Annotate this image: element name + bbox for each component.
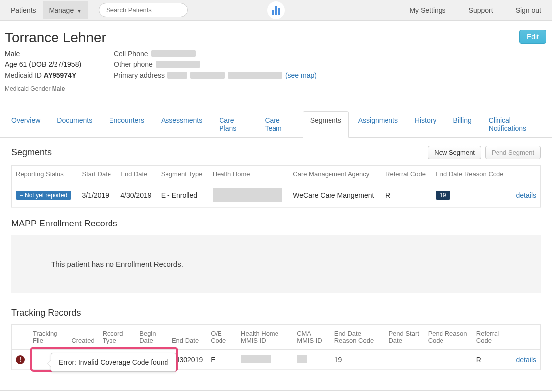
redacted-other — [156, 61, 200, 68]
cell-phone-row: Cell Phone — [114, 50, 322, 57]
tcol-cma-mmis: CMA MMIS ID — [293, 325, 331, 350]
trow-hh-mmis — [237, 350, 293, 370]
app-logo[interactable] — [267, 1, 285, 19]
seg-referral: R — [382, 183, 432, 208]
nav-patients[interactable]: Patients — [5, 1, 42, 19]
nav-manage[interactable]: Manage ▼ — [43, 1, 88, 19]
redacted-cell — [151, 50, 196, 57]
tab-assignments[interactable]: Assignments — [351, 111, 405, 137]
tab-overview[interactable]: Overview — [4, 111, 48, 137]
tab-care-plans[interactable]: Care Plans — [212, 111, 255, 137]
nav-manage-label: Manage — [49, 6, 74, 14]
tcol-file: Tracking File — [29, 325, 67, 350]
patient-medicaid-gender: Medicaid Gender Male — [5, 85, 89, 92]
tracking-details-link[interactable]: details — [516, 356, 536, 364]
nav-sign-out[interactable]: Sign out — [510, 1, 547, 19]
seg-health-home — [209, 183, 289, 208]
other-phone-row: Other phone — [114, 60, 322, 68]
seg-end: 4/30/2019 — [116, 183, 157, 208]
col-cma: Care Management Agency — [289, 166, 382, 183]
col-start: Start Date — [78, 166, 117, 183]
edit-button[interactable]: Edit — [519, 30, 546, 44]
tab-content: Segments New Segment Pend Segment Report… — [0, 138, 552, 391]
tab-billing[interactable]: Billing — [445, 111, 479, 137]
redacted-addr-3 — [228, 72, 282, 79]
enrollment-empty-text: This patient has no Enrollment Records. — [26, 260, 526, 268]
tab-clinical[interactable]: Clinical Notifications — [481, 111, 548, 137]
col-end: End Date — [116, 166, 157, 183]
search-input[interactable] — [99, 3, 188, 17]
tcol-hh-mmis: Health Home MMIS ID — [237, 325, 293, 350]
segment-row: – Not yet reported 3/1/2019 4/30/2019 E … — [12, 183, 541, 208]
nav-my-settings[interactable]: My Settings — [403, 1, 451, 19]
trow-cma-mmis — [293, 350, 331, 370]
seg-type: E - Enrolled — [157, 183, 209, 208]
see-map-link[interactable]: (see map) — [285, 71, 317, 79]
tab-care-team[interactable]: Care Team — [257, 111, 300, 137]
redacted-addr-1 — [167, 72, 187, 79]
patient-header: Torrance Lehner Edit Male Age 61 (DOB 2/… — [0, 21, 552, 97]
tcol-oe: O/E Code — [207, 325, 237, 350]
chevron-down-icon: ▼ — [77, 8, 82, 14]
trow-oe: E — [207, 350, 237, 370]
tcol-pend-start: Pend Start Date — [385, 325, 424, 350]
tab-history[interactable]: History — [407, 111, 444, 137]
tcol-pend-reason: Pend Reason Code — [424, 325, 472, 350]
pend-segment-button[interactable]: Pend Segment — [485, 146, 541, 159]
tcol-rtype: Record Type — [99, 325, 136, 350]
error-icon[interactable]: ! — [16, 355, 25, 364]
new-segment-button[interactable]: New Segment — [428, 146, 481, 159]
tab-segments[interactable]: Segments — [303, 111, 349, 138]
trow-referral: R — [472, 350, 512, 370]
col-reporting: Reporting Status — [12, 166, 78, 183]
tcol-referral: Referral Code — [472, 325, 512, 350]
segments-table: Reporting Status Start Date End Date Seg… — [11, 165, 541, 208]
enrollment-empty-box: This patient has no Enrollment Records. — [11, 235, 541, 293]
trow-end-reason: 19 — [331, 350, 385, 370]
seg-start: 3/1/2019 — [78, 183, 117, 208]
patient-tabs: Overview Documents Encounters Assessment… — [0, 111, 552, 138]
patient-name: Torrance Lehner — [5, 30, 547, 46]
tcol-end-reason: End Date Reason Code — [331, 325, 385, 350]
address-row: Primary address (see map) — [114, 71, 322, 79]
tracking-row: ! Error: Invalid Coverage Code found 201… — [12, 350, 540, 370]
end-reason-badge: 19 — [436, 191, 450, 200]
col-type: Segment Type — [157, 166, 209, 183]
col-referral: Referral Code — [382, 166, 432, 183]
segments-title: Segments — [11, 147, 52, 158]
status-badge: – Not yet reported — [16, 191, 71, 200]
nav-support[interactable]: Support — [463, 1, 499, 19]
segment-details-link[interactable]: details — [516, 191, 536, 199]
tracking-table: Tracking File Created Record Type Begin … — [12, 325, 540, 370]
tcol-created: Created — [67, 325, 98, 350]
top-nav: Patients Manage ▼ My Settings Support Si… — [0, 0, 552, 21]
tab-assessments[interactable]: Assessments — [154, 111, 210, 137]
redacted-addr-2 — [190, 72, 225, 79]
seg-cma: WeCare Care Mangement — [289, 183, 382, 208]
mapp-title: MAPP Enrollment Records — [11, 219, 541, 229]
patient-medicaid: Medicaid ID AY95974Y — [5, 71, 89, 79]
tab-encounters[interactable]: Encounters — [102, 111, 152, 137]
col-health-home: Health Home — [209, 166, 289, 183]
col-end-reason: End Date Reason Code — [432, 166, 511, 183]
error-tooltip: Error: Invalid Coverage Code found — [51, 353, 176, 372]
tracking-title: Tracking Records — [11, 308, 541, 318]
tcol-begin: Begin Date — [135, 325, 168, 350]
patient-gender: Male — [5, 50, 89, 57]
tcol-end: End Date — [168, 325, 207, 350]
bars-icon — [272, 6, 280, 15]
tab-documents[interactable]: Documents — [50, 111, 100, 137]
patient-age-dob: Age 61 (DOB 2/27/1958) — [5, 60, 89, 68]
